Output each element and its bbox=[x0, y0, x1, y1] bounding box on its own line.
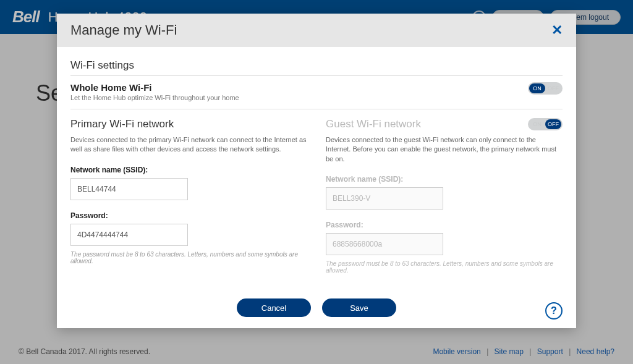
guest-toggle[interactable]: ON OFF bbox=[528, 118, 563, 130]
toggle-off-label: OFF bbox=[545, 119, 561, 129]
guest-password-label: Password: bbox=[326, 221, 563, 229]
primary-title: Primary Wi-Fi network bbox=[70, 118, 174, 130]
primary-password-label: Password: bbox=[70, 211, 307, 220]
close-icon[interactable]: ✕ bbox=[551, 22, 563, 38]
guest-wifi-column: Guest Wi-Fi network ON OFF Devices conne… bbox=[326, 118, 563, 274]
whole-home-subtitle: Let the Home Hub optimize Wi-Fi througho… bbox=[70, 94, 239, 101]
save-button[interactable]: Save bbox=[322, 298, 396, 317]
primary-ssid-input[interactable] bbox=[70, 178, 188, 200]
modal-overlay: Manage my Wi-Fi ✕ Wi-Fi settings Whole H… bbox=[0, 0, 633, 364]
wifi-settings-heading: Wi-Fi settings bbox=[70, 59, 563, 72]
guest-title: Guest Wi-Fi network bbox=[326, 118, 421, 130]
guest-password-input bbox=[326, 233, 443, 255]
primary-wifi-column: Primary Wi-Fi network Devices connected … bbox=[70, 118, 307, 274]
help-icon[interactable]: ? bbox=[545, 302, 563, 320]
guest-ssid-input bbox=[326, 187, 443, 210]
toggle-on-label: ON bbox=[529, 119, 545, 129]
toggle-on-label: ON bbox=[529, 83, 545, 93]
primary-password-hint: The password must be 8 to 63 characters.… bbox=[70, 251, 307, 265]
primary-desc: Devices connected to the primary Wi-Fi n… bbox=[70, 135, 307, 154]
guest-ssid-label: Network name (SSID): bbox=[326, 175, 563, 184]
toggle-off-label: OFF bbox=[545, 83, 561, 93]
primary-ssid-label: Network name (SSID): bbox=[70, 166, 307, 174]
wifi-modal: Manage my Wi-Fi ✕ Wi-Fi settings Whole H… bbox=[57, 14, 576, 328]
primary-password-input[interactable] bbox=[70, 224, 188, 246]
guest-password-hint: The password must be 8 to 63 characters.… bbox=[326, 260, 563, 274]
whole-home-title: Whole Home Wi-Fi bbox=[70, 82, 239, 93]
cancel-button[interactable]: Cancel bbox=[237, 298, 311, 317]
modal-title: Manage my Wi-Fi bbox=[70, 22, 177, 38]
whole-home-toggle[interactable]: ON OFF bbox=[528, 82, 563, 95]
guest-desc: Devices connected to the guest Wi-Fi net… bbox=[326, 135, 563, 164]
